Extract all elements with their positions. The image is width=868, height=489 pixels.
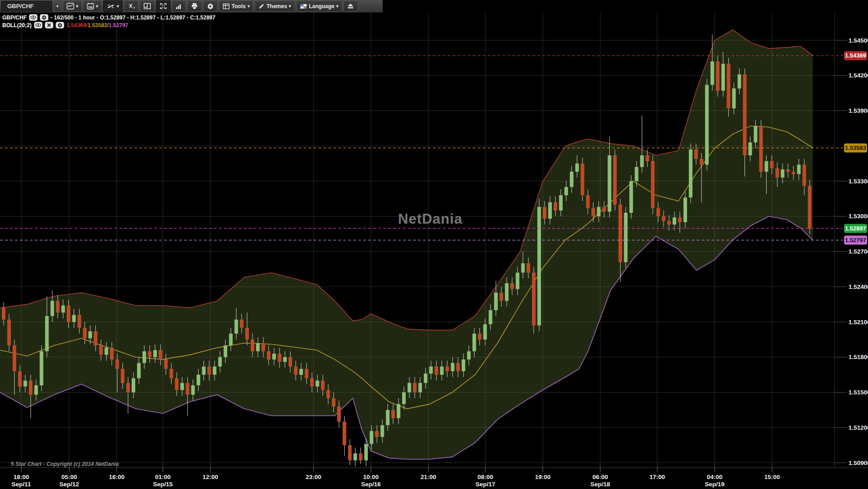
indicators-button[interactable]: ▾ (103, 0, 123, 12)
candle[interactable] (305, 369, 308, 379)
candle[interactable] (110, 348, 114, 360)
candle[interactable] (662, 216, 665, 221)
candle[interactable] (694, 149, 698, 159)
candle[interactable] (446, 367, 449, 371)
candle[interactable] (272, 354, 276, 360)
candle[interactable] (391, 410, 395, 418)
candle[interactable] (289, 357, 292, 367)
candle[interactable] (223, 345, 227, 357)
candle[interactable] (386, 410, 389, 425)
volume-button[interactable] (172, 0, 186, 12)
themes-menu-button[interactable]: Themes ▾ (255, 0, 294, 12)
time-interval-button[interactable]: TIME ▾ (83, 0, 102, 12)
candle[interactable] (191, 385, 195, 395)
candle[interactable] (592, 208, 595, 216)
symbol-dropdown-caret[interactable]: ▾ (53, 0, 62, 12)
candle[interactable] (645, 155, 649, 161)
candle[interactable] (618, 205, 622, 262)
candle[interactable] (24, 381, 27, 387)
candle[interactable] (245, 328, 249, 340)
candle[interactable] (451, 363, 455, 371)
candle[interactable] (170, 369, 173, 379)
candle[interactable] (673, 217, 676, 225)
candle[interactable] (310, 378, 314, 386)
candle[interactable] (267, 351, 270, 360)
candle[interactable] (115, 360, 119, 369)
candle[interactable] (316, 381, 319, 387)
candle[interactable] (602, 207, 606, 211)
chart-type-button[interactable]: ▾ (63, 0, 82, 12)
candle[interactable] (45, 316, 49, 351)
candle[interactable] (364, 444, 368, 460)
candle[interactable] (613, 155, 617, 205)
candle[interactable] (256, 343, 260, 351)
candle[interactable] (153, 350, 157, 357)
candle[interactable] (489, 310, 492, 324)
candle[interactable] (716, 62, 720, 91)
candle[interactable] (2, 308, 5, 320)
candle[interactable] (402, 393, 406, 404)
candle[interactable] (142, 351, 146, 363)
candle[interactable] (99, 345, 103, 355)
candle[interactable] (380, 425, 384, 437)
candle[interactable] (40, 351, 43, 385)
candle[interactable] (462, 360, 465, 371)
candle[interactable] (375, 431, 379, 437)
candle[interactable] (234, 320, 238, 334)
candle[interactable] (548, 202, 552, 219)
candle[interactable] (18, 371, 22, 387)
candle[interactable] (478, 334, 482, 340)
candle[interactable] (180, 383, 184, 390)
candle[interactable] (608, 155, 612, 211)
language-menu-button[interactable]: Language ▾ (296, 0, 342, 12)
candle[interactable] (473, 334, 476, 351)
candle[interactable] (332, 398, 336, 407)
candle[interactable] (749, 143, 752, 156)
candle[interactable] (505, 283, 508, 301)
gear-icon[interactable] (40, 14, 48, 21)
candle[interactable] (581, 163, 584, 195)
candle[interactable] (51, 301, 54, 316)
gear-icon[interactable] (56, 22, 64, 29)
candle[interactable] (764, 161, 768, 172)
candle[interactable] (104, 348, 108, 355)
candle[interactable] (543, 207, 546, 219)
candle[interactable] (294, 367, 298, 375)
candle[interactable] (397, 404, 400, 418)
candle[interactable] (570, 172, 574, 187)
remove-indicators-button[interactable]: AI (124, 0, 138, 12)
candle[interactable] (88, 331, 92, 339)
candle[interactable] (705, 85, 709, 165)
candle[interactable] (499, 292, 503, 301)
candle[interactable] (159, 350, 162, 360)
candle[interactable] (208, 367, 211, 375)
candle[interactable] (424, 374, 427, 383)
candle[interactable] (743, 74, 747, 155)
candle[interactable] (132, 378, 135, 392)
candle[interactable] (564, 187, 568, 195)
candle[interactable] (299, 369, 303, 375)
candle[interactable] (597, 207, 601, 216)
candle[interactable] (175, 378, 179, 390)
candle[interactable] (94, 331, 97, 345)
candle[interactable] (251, 340, 254, 351)
candle[interactable] (802, 165, 806, 186)
candle[interactable] (278, 354, 281, 362)
candle[interactable] (56, 301, 60, 312)
candle[interactable] (759, 126, 763, 172)
candle[interactable] (435, 367, 438, 375)
candle[interactable] (327, 390, 330, 398)
print-button[interactable] (187, 0, 202, 12)
candle[interactable] (121, 369, 124, 383)
settings-button[interactable] (203, 0, 218, 12)
candle[interactable] (148, 351, 152, 357)
candle[interactable] (261, 343, 265, 351)
candle[interactable] (164, 360, 168, 369)
candle[interactable] (635, 167, 638, 181)
tools-menu-button[interactable]: Tools ▾ (219, 0, 253, 12)
candle[interactable] (683, 197, 687, 222)
candle[interactable] (494, 292, 498, 310)
candle[interactable] (418, 383, 422, 393)
candle[interactable] (754, 126, 757, 142)
candle[interactable] (34, 385, 38, 395)
